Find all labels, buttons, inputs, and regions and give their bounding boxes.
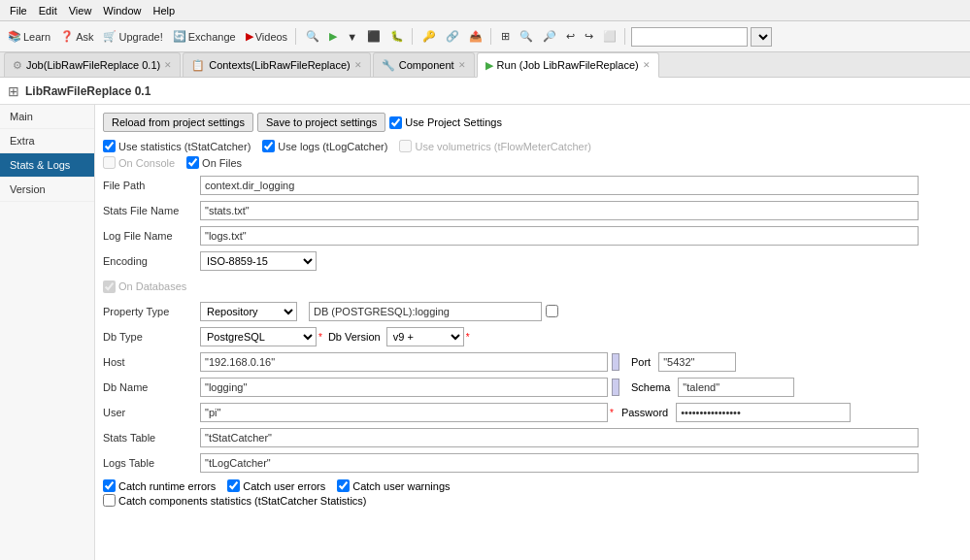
catch-runtime-text: Catch runtime errors (118, 480, 216, 492)
password-input[interactable] (676, 403, 851, 422)
use-volumetrics-label[interactable]: Use volumetrics (tFlowMeterCatcher) (399, 140, 591, 152)
db-type-row: Db Type PostgreSQL MySQL Oracle * Db Ver… (103, 326, 962, 347)
toolbar-learn-btn[interactable]: 📚 Learn (4, 28, 54, 45)
use-statistics-checkbox[interactable] (103, 140, 116, 152)
encoding-select[interactable]: ISO-8859-15 UTF-8 UTF-16 US-ASCII (200, 251, 317, 271)
use-project-settings-checkbox[interactable] (389, 116, 402, 129)
toolbar-search-dropdown[interactable] (751, 27, 772, 47)
tab-contexts-close[interactable]: ✕ (354, 60, 362, 70)
toolbar-stop-btn[interactable]: ⬛ (363, 28, 385, 45)
save-settings-btn[interactable]: Save to project settings (257, 113, 385, 132)
stats-file-name-row: Stats File Name (103, 200, 962, 221)
stats-table-input[interactable] (200, 428, 919, 447)
toolbar-minimize-btn[interactable]: ⬜ (599, 28, 620, 45)
toolbar-upgrade-btn[interactable]: 🛒 Upgrade! (99, 28, 166, 45)
on-console-checkbox[interactable] (103, 156, 116, 169)
on-databases-checkbox[interactable] (103, 280, 116, 293)
schema-input[interactable] (678, 378, 794, 397)
db-type-select[interactable]: PostgreSQL MySQL Oracle (200, 327, 317, 346)
property-type-select[interactable]: Repository Built-In (200, 302, 297, 321)
catch-user-errors-label[interactable]: Catch user errors (227, 479, 325, 492)
tab-contexts-label: Contexts(LibRawFileReplace) (209, 59, 351, 71)
tab-run[interactable]: ▶ Run (Job LibRawFileReplace) ✕ (477, 52, 659, 78)
catch-user-errors-checkbox[interactable] (227, 479, 240, 492)
menu-help[interactable]: Help (147, 3, 181, 18)
schema-label-text: Schema (631, 381, 670, 393)
db-name-indicator (612, 379, 619, 396)
use-logs-label[interactable]: Use logs (tLogCatcher) (262, 140, 387, 152)
menu-edit[interactable]: Edit (33, 3, 63, 18)
main-toolbar: 📚 Learn ❓ Ask 🛒 Upgrade! 🔄 Exchange ▶ Vi… (0, 21, 970, 52)
use-project-settings-label[interactable]: Use Project Settings (389, 116, 502, 129)
tab-contexts[interactable]: 📋 Contexts(LibRawFileReplace) ✕ (183, 52, 371, 77)
user-input[interactable] (200, 403, 608, 422)
videos-icon: ▶ (246, 30, 253, 43)
toolbar-export-btn[interactable]: 📤 (465, 28, 486, 45)
toolbar-debug-btn[interactable]: 🐛 (386, 28, 408, 45)
db-connection-input[interactable] (309, 302, 542, 321)
logs-table-input[interactable] (200, 453, 919, 473)
on-files-checkbox[interactable] (186, 156, 199, 169)
tab-component-close[interactable]: ✕ (458, 60, 466, 70)
user-row: User * Password (103, 402, 962, 423)
nav-main[interactable]: Main (0, 105, 94, 129)
toolbar-search-input[interactable] (631, 27, 748, 47)
toolbar-key-btn[interactable]: 🔑 (418, 28, 440, 45)
toolbar-redo-btn[interactable]: ↪ (581, 28, 597, 45)
log-file-name-label: Log File Name (103, 230, 200, 242)
catch-components-label[interactable]: Catch components statistics (tStatCatche… (103, 494, 367, 507)
main-panel: Reload from project settings Save to pro… (95, 105, 970, 560)
options-row-2: On Console On Files (103, 156, 962, 169)
file-path-input[interactable] (200, 176, 919, 195)
tab-job[interactable]: ⚙ Job(LibRawFileReplace 0.1) ✕ (4, 52, 181, 77)
on-databases-label[interactable]: On Databases (103, 280, 186, 293)
toolbar-ask-btn[interactable]: ❓ Ask (56, 28, 97, 45)
tab-job-icon: ⚙ (13, 59, 22, 72)
toolbar-grid-btn[interactable]: ⊞ (497, 28, 514, 45)
log-file-name-input[interactable] (200, 226, 919, 246)
db-version-select[interactable]: v9 + v8 v7 (386, 327, 464, 346)
on-files-text: On Files (202, 157, 242, 169)
on-files-label[interactable]: On Files (186, 156, 242, 169)
menu-window[interactable]: Window (97, 3, 147, 18)
toolbar-exchange-btn[interactable]: 🔄 Exchange (169, 28, 240, 45)
db-name-input[interactable] (200, 378, 608, 397)
tab-run-close[interactable]: ✕ (643, 60, 651, 70)
toolbar-refresh-btn[interactable]: 🔍 (302, 28, 323, 45)
catch-runtime-checkbox[interactable] (103, 479, 116, 492)
toolbar-videos-btn[interactable]: ▶ Videos (242, 28, 291, 45)
catch-runtime-label[interactable]: Catch runtime errors (103, 479, 216, 492)
stats-file-name-input[interactable] (200, 201, 919, 220)
reload-settings-btn[interactable]: Reload from project settings (103, 113, 253, 132)
password-label-text: Password (621, 407, 668, 418)
host-input[interactable] (200, 352, 608, 372)
tab-component[interactable]: 🔧 Component ✕ (373, 52, 475, 77)
nav-extra[interactable]: Extra (0, 129, 94, 153)
toolbar-dropdown-btn[interactable]: ▼ (343, 29, 361, 45)
use-volumetrics-checkbox[interactable] (399, 140, 412, 152)
tab-job-label: Job(LibRawFileReplace 0.1) (26, 59, 160, 71)
catch-user-warnings-label[interactable]: Catch user warnings (337, 479, 450, 492)
toolbar-play-btn[interactable]: ▶ (325, 28, 341, 45)
catch-row-1: Catch runtime errors Catch user errors C… (103, 479, 962, 492)
port-input[interactable] (658, 352, 736, 372)
menu-file[interactable]: File (4, 3, 33, 18)
catch-user-warnings-checkbox[interactable] (337, 479, 350, 492)
use-volumetrics-text: Use volumetrics (tFlowMeterCatcher) (415, 141, 591, 152)
nav-version[interactable]: Version (0, 178, 94, 202)
toolbar-undo-btn[interactable]: ↩ (562, 28, 579, 45)
catch-components-checkbox[interactable] (103, 494, 116, 507)
db-type-required: * (318, 332, 322, 343)
use-statistics-label[interactable]: Use statistics (tStatCatcher) (103, 140, 251, 152)
menu-view[interactable]: View (63, 3, 98, 18)
toolbar-zoom-out-btn[interactable]: 🔎 (539, 28, 560, 45)
toolbar-zoom-in-btn[interactable]: 🔍 (516, 28, 537, 45)
db-name-row: Db Name Schema (103, 377, 962, 398)
on-console-label[interactable]: On Console (103, 156, 175, 169)
tab-job-close[interactable]: ✕ (164, 60, 172, 70)
toolbar-link-btn[interactable]: 🔗 (442, 28, 463, 45)
nav-stats-logs[interactable]: Stats & Logs (0, 153, 94, 178)
db-connection-checkbox[interactable] (546, 305, 558, 317)
host-indicator (612, 353, 619, 371)
use-logs-checkbox[interactable] (262, 140, 275, 152)
